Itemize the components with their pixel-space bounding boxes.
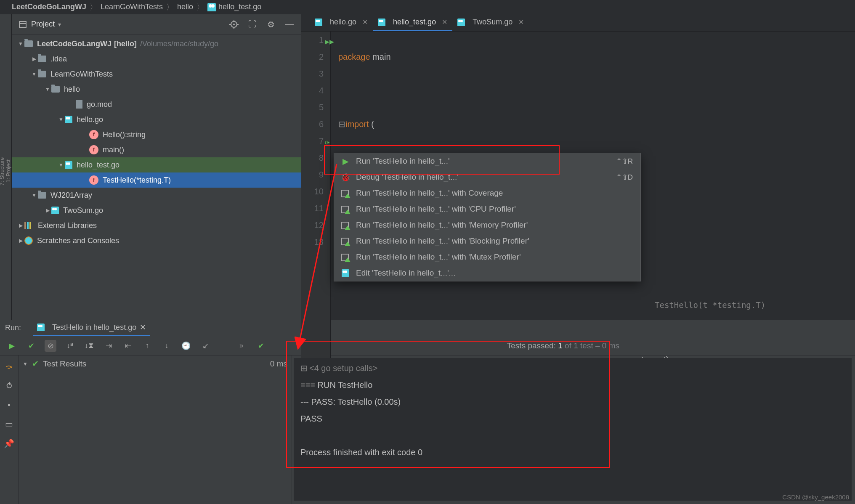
link-icon[interactable]: ⥀ xyxy=(6,381,12,391)
project-panel: Project ▾ ⛶ ⚙ — LeetCodeGoLangWJ [hello]… xyxy=(12,14,301,320)
editor-gutter[interactable]: 1▶▶ 23456 7⟳ 8910111213 xyxy=(301,32,331,402)
tree-root[interactable]: LeetCodeGoLangWJ [hello] /Volumes/mac/st… xyxy=(12,36,301,51)
folder-icon xyxy=(38,192,46,199)
collapse-icon[interactable]: ⇤ xyxy=(122,340,134,352)
tree-folder-idea[interactable]: .idea xyxy=(12,51,301,66)
sort-time-icon[interactable]: ↓⧗ xyxy=(83,340,95,352)
tree-file-hellotest[interactable]: hello_test.go xyxy=(12,157,301,172)
go-file-icon xyxy=(207,3,216,11)
breadcrumb-mid[interactable]: LearnGoWithTests xyxy=(101,3,163,11)
tree-external-libs[interactable]: External Libraries xyxy=(12,218,301,233)
disabled-icon[interactable]: ⊘ xyxy=(45,340,56,352)
play-icon: ▶ xyxy=(341,157,350,166)
ctx-mutex-profiler[interactable]: Run 'TestHello in hello_t...' with 'Mute… xyxy=(334,249,640,265)
ctx-cpu-profiler[interactable]: Run 'TestHello in hello_t...' with 'CPU … xyxy=(334,201,640,217)
tab-twosum-go[interactable]: TwoSum.go✕ xyxy=(452,14,529,31)
function-icon: f xyxy=(89,130,98,139)
ctx-block-profiler[interactable]: Run 'TestHello in hello_t...' with 'Bloc… xyxy=(334,233,640,249)
test-results-root[interactable]: ▼✔ Test Results 0 ms xyxy=(23,359,287,369)
project-title[interactable]: Project xyxy=(31,20,55,29)
chevron-down-icon[interactable]: ▾ xyxy=(58,21,61,28)
hide-icon[interactable]: — xyxy=(285,20,294,29)
ctx-run[interactable]: ▶Run 'TestHello in hello_t...'⌃⇧R xyxy=(334,153,640,169)
tree-file-twosum[interactable]: TwoSum.go xyxy=(12,203,301,218)
chevron-right-icon: 〉 xyxy=(166,2,174,12)
ctx-edit[interactable]: Edit 'TestHello in hello_t...'... xyxy=(334,265,640,281)
expand-all-icon[interactable]: ⛶ xyxy=(248,20,257,29)
profiler-icon xyxy=(341,253,350,261)
close-icon[interactable]: ✕ xyxy=(362,18,368,26)
tree-fn-hello[interactable]: fHello():string xyxy=(12,127,301,142)
expand-icon[interactable]: ⇥ xyxy=(103,340,114,352)
locate-icon[interactable] xyxy=(229,20,239,29)
tree-scratches[interactable]: Scratches and Consoles xyxy=(12,233,301,248)
tree-folder-learn[interactable]: LearnGoWithTests xyxy=(12,66,301,82)
folder-icon xyxy=(51,86,60,93)
go-file-icon xyxy=(65,161,72,169)
breadcrumb-root[interactable]: LeetCodeGoLangWJ xyxy=(12,3,86,11)
svg-point-3 xyxy=(233,24,235,25)
file-icon xyxy=(76,100,82,109)
go-file-icon xyxy=(65,116,72,123)
tree-folder-hello[interactable]: hello xyxy=(12,82,301,97)
chevron-right-icon: 〉 xyxy=(196,2,204,12)
ctx-mem-profiler[interactable]: Run 'TestHello in hello_t...' with 'Memo… xyxy=(334,217,640,233)
close-icon[interactable]: ✕ xyxy=(518,18,524,26)
more-icon[interactable]: » xyxy=(236,340,247,352)
go-file-icon xyxy=(378,19,385,26)
tool-window-strip: 1: Project 7: Structure xyxy=(0,14,12,320)
coverage-icon xyxy=(341,189,350,197)
pin-icon[interactable]: 📌 xyxy=(4,438,14,448)
check-icon: ✔ xyxy=(32,359,39,369)
rerun-icon[interactable]: ▶ xyxy=(6,340,18,352)
profiler-icon xyxy=(341,237,350,245)
tree-file-gomod[interactable]: go.mod xyxy=(12,97,301,112)
svg-rect-0 xyxy=(19,21,26,27)
tree-fn-testhello[interactable]: fTestHello(*testing.T) xyxy=(12,172,301,188)
next-icon[interactable]: ↓ xyxy=(161,340,173,352)
code-hint: TestHello(t *testing.T) xyxy=(655,300,765,310)
history-icon[interactable]: 🕘 xyxy=(180,340,192,352)
tool-project-tab[interactable]: 1: Project xyxy=(5,30,11,312)
sort-icon[interactable]: ↓ª xyxy=(64,340,76,352)
console-output[interactable]: ⊞<4 go setup calls> === RUN TestHello --… xyxy=(294,358,852,501)
tool-structure-tab[interactable]: 7: Structure xyxy=(0,30,5,312)
project-panel-header: Project ▾ ⛶ ⚙ — xyxy=(12,14,301,34)
watermark: CSDN @sky_geek2008 xyxy=(782,493,849,501)
test-results-tree[interactable]: ▼✔ Test Results 0 ms xyxy=(19,355,292,504)
close-icon[interactable]: ✕ xyxy=(442,18,447,26)
prev-icon[interactable]: ↑ xyxy=(141,340,153,352)
project-root-path: /Volumes/mac/study/go xyxy=(140,36,218,51)
profiler-icon xyxy=(341,205,350,213)
check-icon[interactable]: ✔ xyxy=(25,340,37,352)
import-icon[interactable]: ↙ xyxy=(199,340,211,352)
tree-folder-array[interactable]: WJ201Array xyxy=(12,188,301,203)
breadcrumb-file[interactable]: hello_test.go xyxy=(218,3,261,11)
step-icon[interactable]: ⤼ xyxy=(5,361,13,371)
tree-fn-main[interactable]: fmain() xyxy=(12,142,301,157)
gear-icon[interactable]: ⚙ xyxy=(266,20,276,29)
go-file-icon xyxy=(341,269,350,277)
tab-hello-go[interactable]: hello.go✕ xyxy=(310,14,373,31)
ctx-coverage[interactable]: Run 'TestHello in hello_t...' with Cover… xyxy=(334,185,640,201)
run-test-gutter-icon[interactable]: ⟳ xyxy=(325,134,330,151)
go-file-icon xyxy=(37,324,45,331)
folder-icon xyxy=(38,56,46,62)
expand-icon[interactable]: ⊞ xyxy=(300,363,308,373)
project-tree[interactable]: LeetCodeGoLangWJ [hello] /Volumes/mac/st… xyxy=(12,34,301,320)
tree-file-hellogo[interactable]: hello.go xyxy=(12,112,301,127)
tab-hello-test-go[interactable]: hello_test.go✕ xyxy=(373,14,452,31)
breadcrumb-folder[interactable]: hello xyxy=(177,3,193,11)
close-icon[interactable]: ✕ xyxy=(140,323,146,332)
chevron-right-icon: 〉 xyxy=(90,2,97,12)
ctx-debug[interactable]: 🐞Debug 'TestHello in hello_t...'⌃⇧D xyxy=(334,169,640,185)
go-file-icon xyxy=(315,19,322,26)
library-icon xyxy=(24,222,34,229)
stop-icon[interactable]: ▪ xyxy=(8,400,11,410)
scratches-icon xyxy=(24,236,33,245)
run-config-tab[interactable]: TestHello in hello_test.go✕ xyxy=(33,320,150,336)
run-left-rail: ⤼ ⥀ ▪ ▭ 📌 xyxy=(0,355,19,504)
layout-icon[interactable]: ▭ xyxy=(5,419,13,429)
go-file-icon xyxy=(457,19,465,26)
run-gutter-icon[interactable]: ▶▶ xyxy=(325,33,334,50)
